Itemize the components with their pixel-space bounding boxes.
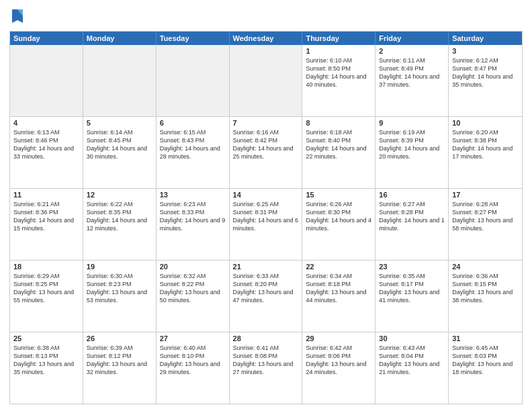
cal-cell-5-6: 30Sunrise: 6:43 AMSunset: 8:04 PMDayligh… xyxy=(375,332,449,404)
cal-cell-4-2: 19Sunrise: 6:30 AMSunset: 8:23 PMDayligh… xyxy=(83,261,157,332)
weekday-header-thursday: Thursday xyxy=(302,32,375,45)
cal-cell-1-3 xyxy=(157,45,230,116)
cell-info: Sunrise: 6:45 AMSunset: 8:03 PMDaylight:… xyxy=(452,345,513,375)
cal-cell-2-1: 4Sunrise: 6:13 AMSunset: 8:46 PMDaylight… xyxy=(10,117,83,188)
cal-cell-4-6: 23Sunrise: 6:35 AMSunset: 8:17 PMDayligh… xyxy=(375,261,449,332)
day-number: 1 xyxy=(306,47,371,55)
cell-info: Sunrise: 6:18 AMSunset: 8:40 PMDaylight:… xyxy=(306,129,366,160)
day-number: 27 xyxy=(160,334,226,342)
cal-cell-2-6: 9Sunrise: 6:19 AMSunset: 8:39 PMDaylight… xyxy=(375,117,449,188)
cell-info: Sunrise: 6:11 AMSunset: 8:49 PMDaylight:… xyxy=(379,57,439,88)
cell-info: Sunrise: 6:29 AMSunset: 8:25 PMDaylight:… xyxy=(13,273,74,304)
day-number: 7 xyxy=(233,119,299,127)
day-number: 24 xyxy=(452,263,519,271)
day-number: 4 xyxy=(13,119,79,127)
cell-info: Sunrise: 6:34 AMSunset: 8:18 PMDaylight:… xyxy=(306,273,366,304)
cal-cell-5-4: 28Sunrise: 6:41 AMSunset: 8:08 PMDayligh… xyxy=(230,332,303,404)
cell-info: Sunrise: 6:23 AMSunset: 8:33 PMDaylight:… xyxy=(160,201,226,232)
day-number: 31 xyxy=(452,334,519,342)
cal-cell-2-7: 10Sunrise: 6:20 AMSunset: 8:38 PMDayligh… xyxy=(449,117,522,188)
day-number: 16 xyxy=(379,191,445,199)
calendar-row-4: 18Sunrise: 6:29 AMSunset: 8:25 PMDayligh… xyxy=(10,261,522,332)
page: SundayMondayTuesdayWednesdayThursdayFrid… xyxy=(0,0,532,411)
day-number: 13 xyxy=(160,191,226,199)
day-number: 21 xyxy=(233,263,299,271)
cal-cell-4-5: 22Sunrise: 6:34 AMSunset: 8:18 PMDayligh… xyxy=(302,261,375,332)
day-number: 29 xyxy=(306,334,371,342)
cell-info: Sunrise: 6:19 AMSunset: 8:39 PMDaylight:… xyxy=(379,129,439,160)
weekday-header-sunday: Sunday xyxy=(10,32,83,45)
weekday-header-saturday: Saturday xyxy=(449,32,522,45)
cal-cell-1-1 xyxy=(10,45,83,116)
cal-cell-5-5: 29Sunrise: 6:42 AMSunset: 8:06 PMDayligh… xyxy=(302,332,375,404)
day-number: 14 xyxy=(233,191,299,199)
day-number: 28 xyxy=(233,334,299,342)
day-number: 2 xyxy=(379,47,445,55)
calendar-row-1: 1Sunrise: 6:10 AMSunset: 8:50 PMDaylight… xyxy=(10,45,522,117)
day-number: 26 xyxy=(87,334,152,342)
cal-cell-5-2: 26Sunrise: 6:39 AMSunset: 8:12 PMDayligh… xyxy=(83,332,157,404)
cell-info: Sunrise: 6:35 AMSunset: 8:17 PMDaylight:… xyxy=(379,273,439,304)
calendar: SundayMondayTuesdayWednesdayThursdayFrid… xyxy=(9,31,523,404)
cal-cell-1-4 xyxy=(230,45,303,116)
cell-info: Sunrise: 6:26 AMSunset: 8:30 PMDaylight:… xyxy=(306,201,371,232)
calendar-row-3: 11Sunrise: 6:21 AMSunset: 8:36 PMDayligh… xyxy=(10,189,522,261)
cell-info: Sunrise: 6:10 AMSunset: 8:50 PMDaylight:… xyxy=(306,57,366,88)
cal-cell-2-4: 7Sunrise: 6:16 AMSunset: 8:42 PMDaylight… xyxy=(230,117,303,188)
day-number: 15 xyxy=(306,191,371,199)
logo xyxy=(9,7,24,26)
day-number: 9 xyxy=(379,119,445,127)
cell-info: Sunrise: 6:20 AMSunset: 8:38 PMDaylight:… xyxy=(452,129,513,160)
weekday-header-wednesday: Wednesday xyxy=(230,32,303,45)
cell-info: Sunrise: 6:36 AMSunset: 8:15 PMDaylight:… xyxy=(452,273,513,304)
cal-cell-3-6: 16Sunrise: 6:27 AMSunset: 8:28 PMDayligh… xyxy=(375,189,449,260)
cell-info: Sunrise: 6:25 AMSunset: 8:31 PMDaylight:… xyxy=(233,201,299,232)
day-number: 6 xyxy=(160,119,226,127)
cell-info: Sunrise: 6:38 AMSunset: 8:13 PMDaylight:… xyxy=(13,345,74,375)
cell-info: Sunrise: 6:30 AMSunset: 8:23 PMDaylight:… xyxy=(87,273,147,304)
day-number: 25 xyxy=(13,334,79,342)
cal-cell-4-1: 18Sunrise: 6:29 AMSunset: 8:25 PMDayligh… xyxy=(10,261,83,332)
weekday-header-tuesday: Tuesday xyxy=(157,32,230,45)
cal-cell-3-4: 14Sunrise: 6:25 AMSunset: 8:31 PMDayligh… xyxy=(230,189,303,260)
cell-info: Sunrise: 6:27 AMSunset: 8:28 PMDaylight:… xyxy=(379,201,445,232)
cal-cell-2-5: 8Sunrise: 6:18 AMSunset: 8:40 PMDaylight… xyxy=(302,117,375,188)
cal-cell-3-3: 13Sunrise: 6:23 AMSunset: 8:33 PMDayligh… xyxy=(157,189,230,260)
cal-cell-4-4: 21Sunrise: 6:33 AMSunset: 8:20 PMDayligh… xyxy=(230,261,303,332)
cell-info: Sunrise: 6:39 AMSunset: 8:12 PMDaylight:… xyxy=(87,345,147,375)
cell-info: Sunrise: 6:32 AMSunset: 8:22 PMDaylight:… xyxy=(160,273,220,304)
cell-info: Sunrise: 6:21 AMSunset: 8:36 PMDaylight:… xyxy=(13,201,74,232)
day-number: 8 xyxy=(306,119,371,127)
cal-cell-3-7: 17Sunrise: 6:28 AMSunset: 8:27 PMDayligh… xyxy=(449,189,522,260)
calendar-header: SundayMondayTuesdayWednesdayThursdayFrid… xyxy=(10,32,522,45)
day-number: 17 xyxy=(452,191,519,199)
cell-info: Sunrise: 6:22 AMSunset: 8:35 PMDaylight:… xyxy=(87,201,147,232)
cell-info: Sunrise: 6:12 AMSunset: 8:47 PMDaylight:… xyxy=(452,57,513,88)
cell-info: Sunrise: 6:42 AMSunset: 8:06 PMDaylight:… xyxy=(306,345,366,375)
day-number: 20 xyxy=(160,263,226,271)
cell-info: Sunrise: 6:14 AMSunset: 8:45 PMDaylight:… xyxy=(87,129,147,160)
day-number: 11 xyxy=(13,191,79,199)
cal-cell-1-6: 2Sunrise: 6:11 AMSunset: 8:49 PMDaylight… xyxy=(375,45,449,116)
weekday-header-monday: Monday xyxy=(83,32,157,45)
cal-cell-2-3: 6Sunrise: 6:15 AMSunset: 8:43 PMDaylight… xyxy=(157,117,230,188)
cell-info: Sunrise: 6:16 AMSunset: 8:42 PMDaylight:… xyxy=(233,129,294,160)
day-number: 23 xyxy=(379,263,445,271)
cal-cell-5-1: 25Sunrise: 6:38 AMSunset: 8:13 PMDayligh… xyxy=(10,332,83,404)
day-number: 19 xyxy=(87,263,152,271)
day-number: 12 xyxy=(87,191,152,199)
cell-info: Sunrise: 6:43 AMSunset: 8:04 PMDaylight:… xyxy=(379,345,439,375)
logo-icon xyxy=(11,7,24,26)
day-number: 22 xyxy=(306,263,371,271)
cal-cell-1-2 xyxy=(83,45,157,116)
cal-cell-3-2: 12Sunrise: 6:22 AMSunset: 8:35 PMDayligh… xyxy=(83,189,157,260)
cal-cell-5-7: 31Sunrise: 6:45 AMSunset: 8:03 PMDayligh… xyxy=(449,332,522,404)
day-number: 5 xyxy=(87,119,152,127)
header xyxy=(9,7,523,26)
calendar-row-2: 4Sunrise: 6:13 AMSunset: 8:46 PMDaylight… xyxy=(10,117,522,189)
cell-info: Sunrise: 6:41 AMSunset: 8:08 PMDaylight:… xyxy=(233,345,294,375)
cal-cell-3-1: 11Sunrise: 6:21 AMSunset: 8:36 PMDayligh… xyxy=(10,189,83,260)
cal-cell-1-7: 3Sunrise: 6:12 AMSunset: 8:47 PMDaylight… xyxy=(449,45,522,116)
calendar-row-5: 25Sunrise: 6:38 AMSunset: 8:13 PMDayligh… xyxy=(10,332,522,404)
day-number: 30 xyxy=(379,334,445,342)
